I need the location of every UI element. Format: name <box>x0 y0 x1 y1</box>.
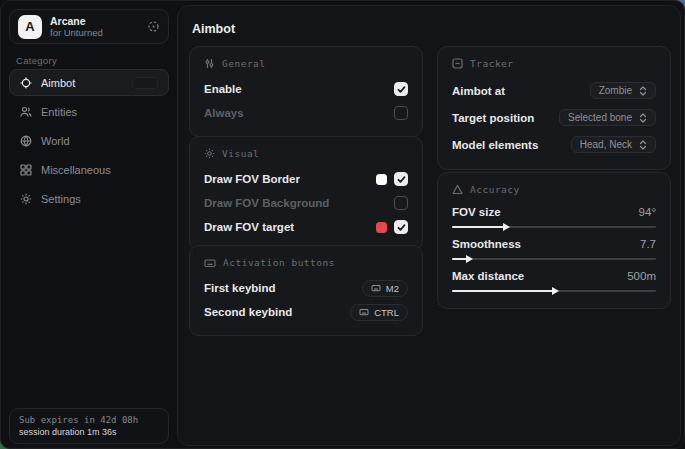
setting-label: Model elements <box>452 139 538 151</box>
dropdown-value: Selected bone <box>568 112 632 123</box>
fov-border-checkbox[interactable] <box>394 172 408 186</box>
sidebar-item-miscellaneous[interactable]: Miscellaneous <box>9 156 169 183</box>
app-subtitle: for Unturned <box>50 27 103 38</box>
keyboard-icon <box>359 308 369 316</box>
target-status-icon[interactable] <box>147 20 160 33</box>
sidebar-item-entities[interactable]: Entities <box>9 98 169 125</box>
check-icon <box>397 223 406 232</box>
second-keybind-button[interactable]: CTRL <box>350 304 408 321</box>
aimbot-at-dropdown[interactable]: Zombie <box>590 82 656 99</box>
setting-label: Aimbot at <box>452 85 505 97</box>
setting-row: Aimbot at Zombie <box>452 78 656 103</box>
unfold-icon <box>639 86 647 96</box>
sidebar-item-label: Aimbot <box>41 77 75 89</box>
first-keybind-button[interactable]: M2 <box>362 280 408 297</box>
slider-track <box>452 258 656 260</box>
gear-icon <box>20 193 32 205</box>
slider-fill <box>452 226 505 228</box>
unfold-icon <box>639 140 647 150</box>
card-title: Activation buttons <box>223 257 335 268</box>
max-distance-slider[interactable] <box>452 286 656 296</box>
slider-fill <box>452 290 554 292</box>
slider-thumb[interactable] <box>503 223 510 231</box>
visual-card: Visual Draw FOV Border Draw FOV Backgrou… <box>189 136 423 251</box>
aimbot-keybind-badge <box>132 77 158 89</box>
general-card: General Enable Always <box>189 46 423 137</box>
session-duration-text: session duration 1m 36s <box>19 427 159 437</box>
card-title: Accuracy <box>470 184 520 195</box>
slider-thumb[interactable] <box>466 255 473 263</box>
sidebar-item-aimbot[interactable]: Aimbot <box>9 69 169 96</box>
sidebar-item-label: World <box>41 135 70 147</box>
category-label: Category <box>16 55 57 66</box>
slider-row: FOV size 94° <box>452 204 656 232</box>
model-elements-dropdown[interactable]: Head, Neck <box>571 136 656 153</box>
card-title: Tracker <box>470 58 514 69</box>
sidebar-nav: Aimbot Entities World <box>9 69 169 212</box>
setting-label: Enable <box>204 83 242 95</box>
sun-icon <box>204 148 215 159</box>
setting-label: Draw FOV Border <box>204 173 300 185</box>
setting-row: Enable <box>204 78 408 100</box>
setting-row: Always <box>204 102 408 124</box>
smoothness-slider[interactable] <box>452 254 656 264</box>
slider-row: Smoothness 7.7 <box>452 236 656 264</box>
crosshair-icon <box>20 77 32 89</box>
sidebar-item-world[interactable]: World <box>9 127 169 154</box>
sidebar-item-label: Settings <box>41 193 81 205</box>
dropdown-value: Zombie <box>599 85 632 96</box>
setting-row: Draw FOV Border <box>204 168 408 190</box>
enable-checkbox[interactable] <box>394 82 408 96</box>
setting-label: Target position <box>452 112 534 124</box>
card-title: Visual <box>222 148 259 159</box>
dropdown-value: Head, Neck <box>580 139 632 150</box>
fov-background-checkbox[interactable] <box>394 196 408 210</box>
subscription-info: Sub expires in 42d 08h session duration … <box>9 408 169 444</box>
setting-label: Draw FOV target <box>204 221 294 233</box>
setting-label: Smoothness <box>452 238 521 250</box>
sidebar-item-label: Entities <box>41 106 77 118</box>
setting-label: Always <box>204 107 244 119</box>
fov-size-value: 94° <box>639 206 656 218</box>
slider-row: Max distance 500m <box>452 268 656 296</box>
grid-icon <box>20 164 32 176</box>
slider-thumb[interactable] <box>552 287 559 295</box>
check-icon <box>397 175 406 184</box>
users-icon <box>20 106 32 118</box>
app-window: A Arcane for Unturned Category Aimbot <box>0 0 685 449</box>
fov-target-checkbox[interactable] <box>394 220 408 234</box>
app-name: Arcane <box>50 15 103 27</box>
box-minus-icon <box>452 58 463 69</box>
setting-label: Max distance <box>452 270 524 282</box>
fov-size-slider[interactable] <box>452 222 656 232</box>
target-position-dropdown[interactable]: Selected bone <box>559 109 656 126</box>
setting-label: Second keybind <box>204 306 292 318</box>
app-header: A Arcane for Unturned <box>9 9 169 44</box>
keyboard-icon <box>204 258 216 268</box>
smoothness-value: 7.7 <box>640 238 656 250</box>
keybind-value: M2 <box>386 283 399 294</box>
sub-expiry-text: Sub expires in 42d 08h <box>19 415 159 425</box>
setting-label: Draw FOV Background <box>204 197 329 209</box>
main-panel: Aimbot General Enable Always <box>177 5 681 446</box>
check-icon <box>397 85 406 94</box>
fov-target-color-swatch[interactable] <box>376 222 387 233</box>
sidebar-item-label: Miscellaneous <box>41 164 111 176</box>
setting-row: Model elements Head, Neck <box>452 132 656 157</box>
triangle-icon <box>452 184 463 195</box>
setting-label: First keybind <box>204 282 276 294</box>
setting-row: First keybind M2 <box>204 277 408 299</box>
keyboard-icon <box>371 284 381 292</box>
card-title: General <box>222 58 266 69</box>
tracker-card: Tracker Aimbot at Zombie Target position… <box>437 46 671 170</box>
fov-border-color-swatch[interactable] <box>376 174 387 185</box>
setting-label: FOV size <box>452 206 501 218</box>
page-title: Aimbot <box>192 22 235 36</box>
globe-icon <box>20 135 32 147</box>
unfold-icon <box>639 113 647 123</box>
activation-card: Activation buttons First keybind M2 Seco… <box>189 245 423 336</box>
sidebar-item-settings[interactable]: Settings <box>9 185 169 212</box>
setting-row: Draw FOV target <box>204 216 408 238</box>
setting-row: Target position Selected bone <box>452 105 656 130</box>
always-checkbox[interactable] <box>394 106 408 120</box>
